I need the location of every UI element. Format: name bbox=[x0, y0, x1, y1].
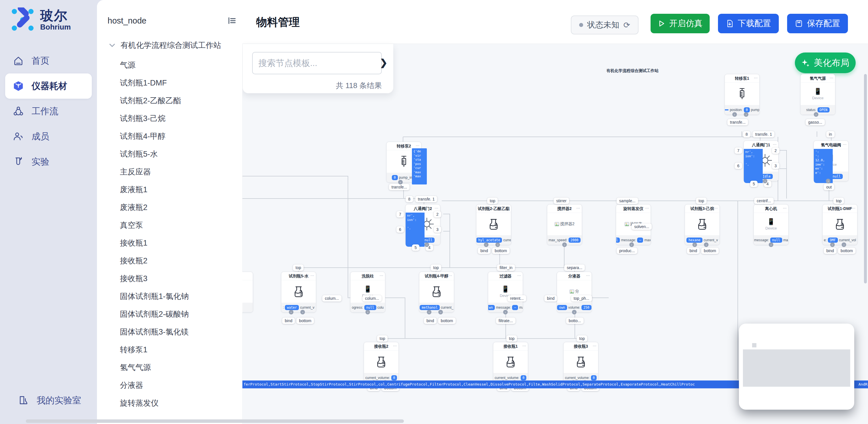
param-value-chip[interactable]: l bbox=[616, 238, 620, 243]
valve-port-number[interactable]: 6 bbox=[735, 163, 742, 169]
canvas-node-transfer-pump-2[interactable]: 转移泵2⋯0pump_info:{'de 'vir 'sta 'pos 'cur… bbox=[386, 142, 422, 182]
port-dot-icon[interactable]: › bbox=[629, 242, 634, 247]
node-menu-icon[interactable]: ⋯ bbox=[310, 272, 314, 280]
edge-label-top-ph-[interactable]: top_ph... bbox=[571, 295, 592, 302]
edge-label-transfe-[interactable]: transfe... bbox=[389, 184, 410, 190]
param-value-chip[interactable]: own bbox=[557, 305, 567, 310]
edge-label-top[interactable]: top bbox=[577, 335, 587, 342]
canvas-node-receiver-bottle-3[interactable]: 接收瓶3⋯current_volume:0›› bbox=[563, 342, 598, 383]
edge-label-botto-[interactable]: botto... bbox=[566, 317, 584, 324]
edge-label-bind[interactable]: bind bbox=[478, 248, 491, 254]
node-menu-icon[interactable]: ⋯ bbox=[379, 272, 383, 280]
sidebar-item-workflow[interactable]: 工作流 bbox=[5, 99, 92, 124]
vertical-scrollbar-thumb[interactable] bbox=[864, 74, 867, 283]
canvas-node-receiver-bottle-2[interactable]: 接收瓶2⋯current_volume:0›› bbox=[364, 342, 399, 383]
port-dot-icon[interactable]: › bbox=[366, 310, 370, 314]
edge-label-bottom[interactable]: bottom bbox=[438, 317, 456, 324]
canvas-node-separator[interactable]: 分液器⋯分ownvolume:250› bbox=[557, 272, 592, 312]
port-dot-icon[interactable]: › bbox=[732, 112, 737, 117]
canvas-node-reagent-bottle-5[interactable]: 试剂瓶5-水⋯:watercurrent_v›› bbox=[281, 272, 316, 312]
canvas-node-reagent-bottle-2[interactable]: 试剂瓶2-乙酸乙酯⋯hyl_acetatecurre›› bbox=[476, 204, 511, 245]
edge-label-8[interactable]: 8 bbox=[406, 196, 413, 202]
edge-label-8[interactable]: 8 bbox=[743, 131, 750, 138]
param-value-chip[interactable]: water bbox=[285, 305, 299, 310]
sidebar-item-members[interactable]: 成员 bbox=[5, 124, 92, 149]
edge-label-retent-[interactable]: retent... bbox=[507, 295, 526, 302]
edge-label-solven-[interactable]: solven... bbox=[632, 223, 652, 230]
edge-label-filtrate-[interactable]: filtrate... bbox=[496, 317, 516, 324]
tree-item[interactable]: 氢气气源 bbox=[120, 359, 240, 376]
param-value-chip[interactable] bbox=[725, 109, 728, 111]
edge-label-stirrer[interactable]: stirrer bbox=[554, 198, 569, 204]
node-menu-icon[interactable]: ⋯ bbox=[843, 141, 847, 149]
node-menu-icon[interactable]: ⋯ bbox=[593, 342, 597, 350]
sidebar-item-instruments[interactable]: 仪器耗材 bbox=[5, 73, 92, 99]
edge-label-colum-[interactable]: colum... bbox=[322, 295, 341, 302]
edge-label-out[interactable]: out bbox=[824, 184, 834, 190]
horizontal-scrollbar-thumb[interactable] bbox=[26, 419, 404, 423]
edge-label-transfe-[interactable]: transfe... bbox=[727, 119, 748, 125]
edge-label-bind[interactable]: bind bbox=[824, 248, 836, 254]
edge-label-bottom[interactable]: bottom bbox=[701, 248, 719, 254]
node-menu-icon[interactable]: ⋯ bbox=[851, 204, 856, 212]
param-value-chip[interactable]: wn bbox=[488, 305, 495, 310]
tree-item[interactable]: 固体试剂瓶1-氯化钠 bbox=[120, 287, 240, 305]
param-value-chip[interactable]: – bbox=[512, 305, 518, 310]
edge-label-top[interactable]: top bbox=[377, 335, 388, 342]
tree-item[interactable]: 固体试剂瓶3-氯化镁 bbox=[120, 323, 240, 341]
param-value-chip[interactable]: – bbox=[637, 238, 643, 243]
tree-item[interactable]: 试剂瓶4-甲醇 bbox=[120, 127, 240, 145]
port-dot-icon[interactable]: › bbox=[692, 242, 697, 247]
param-value-chip[interactable]: null bbox=[364, 305, 376, 310]
tree-item[interactable]: 试剂瓶1-DMF bbox=[120, 74, 240, 92]
node-menu-icon[interactable]: ⋯ bbox=[393, 342, 397, 350]
node-menu-icon[interactable]: ⋯ bbox=[586, 272, 590, 280]
canvas-node-centrifuge[interactable]: 离心机⋯📱Devicemessage:nullma› bbox=[753, 204, 788, 245]
node-menu-icon[interactable]: ⋯ bbox=[645, 204, 649, 212]
canvas-node-reagent-bottle-4[interactable]: 试剂瓶4-甲醇⋯methanolcurrent_›› bbox=[419, 272, 454, 312]
search-input[interactable] bbox=[252, 52, 382, 74]
node-menu-icon[interactable]: ⋯ bbox=[754, 74, 758, 82]
valve-port-number[interactable]: 5 bbox=[412, 244, 420, 251]
param-value-chip[interactable]: null bbox=[770, 238, 782, 243]
param-value-chip[interactable]: 2000 bbox=[568, 238, 581, 243]
edge-label-bind[interactable]: bind bbox=[687, 248, 700, 254]
canvas-node-eight-way-valve-1[interactable]: 八通阀门1⋯status:Idlenr', ion': '.762354› bbox=[744, 141, 778, 181]
edge-label-gasso-[interactable]: gasso... bbox=[805, 119, 825, 125]
param-value-chip[interactable]: 0 bbox=[392, 175, 398, 180]
tree-item[interactable]: 废液瓶1 bbox=[120, 181, 240, 199]
port-dot-icon[interactable]: › bbox=[769, 242, 773, 247]
edge-label-filter-in[interactable]: filter_in bbox=[497, 265, 515, 271]
port-dot-icon[interactable]: › bbox=[814, 112, 818, 117]
sidebar-item-my-lab[interactable]: 我的实验室 bbox=[10, 388, 86, 413]
edge-label-colum-[interactable]: colum... bbox=[362, 295, 381, 302]
edge-label-top[interactable]: top bbox=[431, 265, 441, 271]
edge-label-top[interactable]: top bbox=[833, 198, 844, 204]
tree-item[interactable]: 旋转蒸发仪 bbox=[120, 394, 240, 412]
tree-item[interactable]: 试剂瓶3-己烷 bbox=[120, 110, 240, 127]
param-value-chip[interactable]: 0 bbox=[391, 375, 397, 381]
edge-label-transfe-1[interactable]: transfe. 1 bbox=[753, 131, 774, 138]
edge-label-bind[interactable]: bind bbox=[282, 317, 295, 324]
edge-label-transfe-1[interactable]: transfe. 1 bbox=[415, 196, 437, 202]
edge-label-in[interactable]: in bbox=[827, 131, 835, 138]
edge-label-bottom[interactable]: bottom bbox=[838, 248, 856, 254]
valve-port-number[interactable]: 7 bbox=[735, 147, 742, 154]
port-dot-icon[interactable]: › bbox=[484, 242, 489, 247]
edge-label-bottom[interactable]: bottom bbox=[492, 248, 510, 254]
port-dot-icon[interactable]: › bbox=[572, 310, 577, 314]
tree-item[interactable]: 接收瓶2 bbox=[120, 252, 240, 270]
port-dot-icon[interactable]: › bbox=[503, 310, 508, 314]
node-menu-icon[interactable]: ⋯ bbox=[576, 204, 580, 212]
tree-item[interactable]: 主反应器 bbox=[120, 163, 240, 181]
edge-label-top[interactable]: top bbox=[506, 335, 517, 342]
tree-item[interactable]: 转移泵1 bbox=[120, 341, 240, 359]
param-value-chip[interactable]: OPEN bbox=[817, 107, 830, 113]
port-dot-icon[interactable]: › bbox=[427, 310, 431, 314]
node-menu-icon[interactable]: ⋯ bbox=[448, 272, 452, 280]
node-menu-icon[interactable]: ⋯ bbox=[522, 342, 526, 350]
search-submit-chevron-icon[interactable]: ❯ bbox=[380, 57, 388, 68]
tree-collapse-icon[interactable] bbox=[227, 16, 237, 26]
beautify-layout-button[interactable]: 美化布局 bbox=[795, 53, 856, 73]
edge-label-bind[interactable]: bind bbox=[424, 317, 437, 324]
